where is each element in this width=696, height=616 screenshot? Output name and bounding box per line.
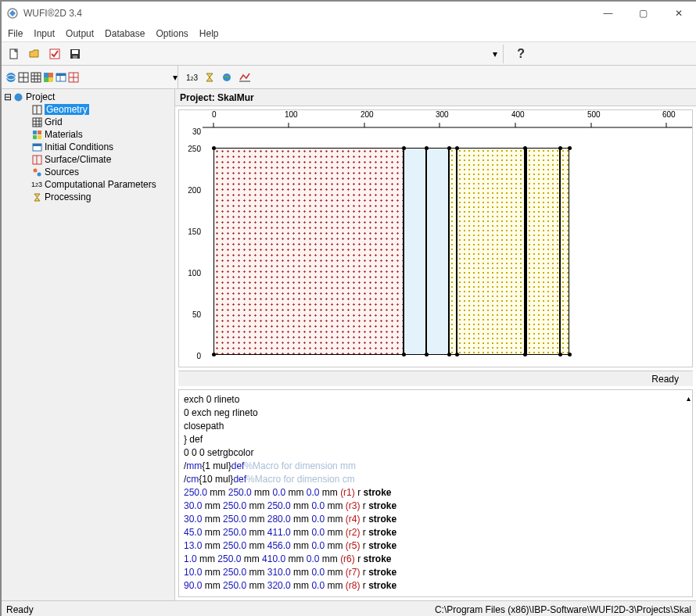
code-line: 13.0 mm 250.0 mm 456.0 mm 0.0 mm (r5) r … xyxy=(184,539,687,553)
climate-icon xyxy=(31,154,42,165)
maximize-button[interactable]: ▢ xyxy=(626,2,661,25)
tree-item-processing[interactable]: Processing xyxy=(2,191,174,203)
code-line: 0 0 0 setrgbcolor xyxy=(184,446,687,460)
geom-icon xyxy=(31,104,42,115)
check-button[interactable] xyxy=(45,45,64,63)
tree-label: Initial Conditions xyxy=(45,141,113,152)
window-title: WUFI®2D 3.4 xyxy=(23,8,590,19)
menu-bar: File Input Output Database Options Help xyxy=(2,25,696,42)
tree-label: Surface/Climate xyxy=(45,154,111,165)
tree-item-materials[interactable]: Materials xyxy=(2,128,174,141)
menu-help[interactable]: Help xyxy=(199,28,219,39)
menu-output[interactable]: Output xyxy=(66,28,94,39)
seg-r7 xyxy=(449,148,457,355)
geometry-canvas[interactable]: 0 100 200 300 400 500 600 30 250 200 150… xyxy=(178,109,693,367)
globe-small-icon xyxy=(13,91,23,102)
scroll-up-icon[interactable]: ▴ xyxy=(687,392,691,405)
svg-point-44 xyxy=(37,172,41,176)
code-line: 0 exch neg rlineto xyxy=(184,406,687,420)
tree-item-initial[interactable]: Initial Conditions xyxy=(2,141,174,153)
order-icon[interactable]: 123 xyxy=(186,72,198,83)
globe-icon[interactable] xyxy=(5,71,17,84)
open-file-button[interactable] xyxy=(25,45,44,63)
tree-item-surface[interactable]: Surface/Climate xyxy=(2,153,174,166)
project-tree: ⊟ Project Geometry Grid Materials Initia… xyxy=(2,89,175,600)
tick: 500 xyxy=(587,110,601,119)
postscript-view[interactable]: ▴ exch 0 rlineto0 exch neg rlinetoclosep… xyxy=(178,389,693,597)
code-line: 10.0 mm 250.0 mm 310.0 mm 0.0 mm (r7) r … xyxy=(184,566,687,579)
svg-rect-37 xyxy=(33,135,37,139)
table-icon[interactable] xyxy=(55,71,67,84)
code-line: 250.0 mm 250.0 mm 0.0 mm 0.0 mm (r1) r s… xyxy=(184,486,687,500)
svg-rect-18 xyxy=(48,77,53,82)
menu-file[interactable]: File xyxy=(8,28,23,39)
svg-rect-17 xyxy=(44,77,48,82)
svg-rect-16 xyxy=(48,73,53,77)
tick: 30 xyxy=(179,127,201,136)
new-file-button[interactable] xyxy=(5,45,23,63)
code-line: 90.0 mm 250.0 mm 320.0 mm 0.0 mm (r8) r … xyxy=(184,579,687,593)
grid-red-icon[interactable] xyxy=(67,71,80,84)
grid1-icon[interactable] xyxy=(17,71,30,84)
code-line: } def xyxy=(184,433,687,446)
svg-rect-38 xyxy=(38,135,41,139)
app-icon xyxy=(6,7,19,20)
tree-item-sources[interactable]: Sources xyxy=(2,166,174,178)
tick: 200 xyxy=(361,110,374,119)
tick: 150 xyxy=(179,227,201,236)
svg-rect-10 xyxy=(31,73,41,82)
tick: 250 xyxy=(179,145,201,153)
tick: 0 xyxy=(212,110,217,119)
tick: 600 xyxy=(662,110,676,119)
tree-item-comp-params[interactable]: 123 Computational Parameters xyxy=(2,178,174,191)
minimize-button[interactable]: — xyxy=(590,2,626,25)
canvas-status-text: Ready xyxy=(651,374,679,385)
svg-rect-5 xyxy=(73,56,77,59)
close-button[interactable]: ✕ xyxy=(661,2,696,25)
code-line: /mm{1 mul}def%Macro for dimension mm xyxy=(184,460,687,473)
seg-r8 xyxy=(457,148,525,355)
seg-r1 xyxy=(213,148,404,355)
menu-input[interactable]: Input xyxy=(34,28,55,39)
svg-rect-20 xyxy=(56,73,66,76)
tick: 0 xyxy=(179,352,201,360)
content-pane: Project: SkalMur 0 100 200 300 400 500 6… xyxy=(175,89,696,600)
earth-icon[interactable] xyxy=(221,72,232,83)
geometry-shapes xyxy=(213,148,569,355)
tick: 100 xyxy=(179,269,201,278)
tree-label: Materials xyxy=(45,129,83,140)
toolbar-dropdown-icon[interactable]: ▾ xyxy=(490,48,500,59)
code-line: /cm{10 mul}def%Macro for dimension cm xyxy=(184,473,687,486)
tick: 400 xyxy=(511,110,525,119)
code-line: 30.0 mm 250.0 mm 250.0 mm 0.0 mm (r3) r … xyxy=(184,500,687,513)
code-line: 45.0 mm 250.0 mm 411.0 mm 0.0 mm (r2) r … xyxy=(184,526,687,539)
save-button[interactable] xyxy=(66,45,84,63)
svg-rect-36 xyxy=(38,131,41,134)
toolbar-main: ▾ ? xyxy=(2,42,696,66)
seg-r2 xyxy=(526,148,560,355)
toolbar2-dropdown-icon[interactable]: ▾ xyxy=(173,72,178,83)
tick: 50 xyxy=(179,310,201,319)
menu-database[interactable]: Database xyxy=(105,28,145,39)
params-icon: 123 xyxy=(31,179,42,190)
title-bar: WUFI®2D 3.4 — ▢ ✕ xyxy=(2,2,696,25)
tree-label: Processing xyxy=(45,192,91,202)
tree-label: Grid xyxy=(45,116,63,127)
tree-item-grid[interactable]: Grid xyxy=(2,116,174,128)
tree-root[interactable]: ⊟ Project xyxy=(2,91,174,103)
grid-color-icon[interactable] xyxy=(42,71,55,84)
status-bar: Ready C:\Program Files (x86)\IBP-Softwar… xyxy=(2,600,696,616)
menu-options[interactable]: Options xyxy=(156,28,188,39)
initial-icon xyxy=(31,141,42,152)
tree-item-geometry[interactable]: Geometry xyxy=(2,103,174,116)
code-line: 1.0 mm 250.0 mm 410.0 mm 0.0 mm (r6) r s… xyxy=(184,553,687,566)
chart-icon[interactable] xyxy=(239,72,251,83)
help-button[interactable]: ? xyxy=(511,47,531,61)
seg-r5 xyxy=(560,148,569,355)
project-header: Project: SkalMur xyxy=(175,89,696,106)
grid2-icon[interactable] xyxy=(30,71,42,84)
hourglass-icon[interactable] xyxy=(204,72,215,83)
tick: 100 xyxy=(285,110,298,119)
svg-rect-35 xyxy=(33,131,37,134)
svg-point-27 xyxy=(14,93,22,101)
